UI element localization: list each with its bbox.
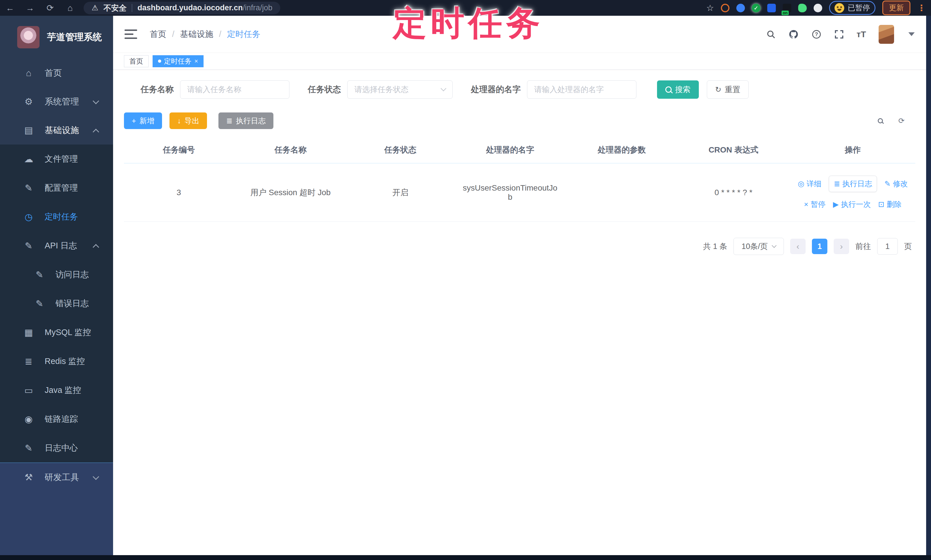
search-button[interactable]: 搜索 (657, 80, 699, 99)
detail-link[interactable]: ◎详细 (798, 179, 822, 189)
pause-link-label: 暂停 (811, 200, 826, 209)
sidebar-collapse-icon[interactable] (125, 29, 137, 39)
extension-icon-5[interactable]: on (783, 4, 791, 12)
col-task-id: 任务编号 (124, 137, 234, 163)
sidebar-item-log-center[interactable]: ✎ 日志中心 (0, 434, 113, 462)
reload-icon[interactable]: ⟳ (40, 3, 60, 13)
add-button-label: 新增 (139, 116, 154, 126)
search-icon[interactable] (766, 29, 776, 39)
sidebar-item-scheduled-tasks[interactable]: ◷ 定时任务 (0, 202, 113, 231)
screen: ← → ⟳ ⌂ ⚠ 不安全 dashboard.yudao.iocoder.cn… (0, 0, 931, 560)
sidebar-item-home[interactable]: ⌂ 首页 (0, 58, 113, 87)
current-page-button[interactable]: 1 (812, 238, 827, 254)
actions-line-2: ×暂停 ▶执行一次 ⊡删除 (804, 200, 902, 209)
page-size-select[interactable]: 10条/页 (734, 238, 784, 255)
toggle-search-button[interactable] (874, 114, 886, 127)
sidebar-item-dev-tools[interactable]: ⚒ 研发工具 (0, 463, 113, 492)
user-avatar[interactable] (879, 25, 894, 44)
chrome-right-cluster: ☆ ✓ on 已暂停 更新 ⋮ (706, 0, 926, 16)
col-handler-name: 处理器的名字 (453, 137, 567, 163)
app-logo (17, 26, 40, 48)
cell-handler-name: sysUserSessionTimeoutJob (453, 163, 567, 222)
add-button[interactable]: + 新增 (124, 112, 162, 129)
detail-link-label: 详细 (806, 179, 822, 189)
tags-view-bar: 首页 定时任务 × (113, 53, 926, 69)
run-once-link[interactable]: ▶执行一次 (833, 200, 871, 209)
redis-icon: ≣ (23, 356, 34, 367)
sidebar-item-api-logs[interactable]: ✎ API 日志 (0, 231, 113, 260)
tag-home[interactable]: 首页 (124, 55, 149, 67)
row-execution-log-link[interactable]: ≣执行日志 (829, 176, 877, 192)
goto-unit: 页 (904, 241, 912, 252)
edit-link[interactable]: ✎修改 (884, 179, 908, 189)
filter-task-status: 任务状态 请选择任务状态 (308, 80, 453, 99)
log-icon: ✎ (23, 240, 34, 251)
log-center-icon: ✎ (23, 443, 34, 454)
sidebar-item-infrastructure[interactable]: ▤ 基础设施 (0, 116, 113, 145)
table-toolbar: + 新增 ↓ 导出 ≣ 执行日志 ⟳ (124, 112, 915, 129)
goto-page-input[interactable] (877, 238, 898, 255)
cell-task-id: 3 (124, 163, 234, 222)
sidebar-item-mysql-monitor[interactable]: ▦ MySQL 监控 (0, 318, 113, 347)
font-size-icon[interactable]: тT (857, 29, 866, 39)
close-icon: × (804, 200, 808, 209)
breadcrumb-infrastructure[interactable]: 基础设施 (180, 29, 213, 40)
bookmark-star-icon[interactable]: ☆ (706, 3, 714, 13)
cell-handler-params (567, 163, 677, 222)
sidebar-item-label: 定时任务 (45, 211, 78, 223)
export-button[interactable]: ↓ 导出 (170, 112, 207, 129)
sidebar-item-access-logs[interactable]: ✎ 访问日志 (0, 260, 113, 289)
sidebar-item-config-management[interactable]: ✎ 配置管理 (0, 174, 113, 202)
prev-page-button[interactable]: ‹ (790, 238, 806, 254)
page-content: 任务名称 任务状态 请选择任务状态 处理器的名字 搜索 (113, 69, 926, 255)
cell-task-status: 开启 (347, 163, 453, 222)
window-scrollbar[interactable] (926, 16, 931, 555)
app-logo-block[interactable]: 芋道管理系统 (0, 16, 113, 58)
breadcrumb-home[interactable]: 首页 (150, 29, 166, 40)
reset-button[interactable]: ↻ 重置 (707, 80, 749, 99)
back-icon[interactable]: ← (0, 3, 20, 13)
col-cron: CRON 表达式 (677, 137, 790, 163)
next-page-button[interactable]: › (834, 238, 849, 254)
github-icon[interactable] (788, 29, 799, 40)
forward-icon[interactable]: → (20, 3, 40, 13)
browser-menu-icon[interactable]: ⋮ (917, 3, 926, 13)
help-icon[interactable]: ? (811, 29, 822, 40)
task-status-select[interactable]: 请选择任务状态 (347, 80, 453, 99)
execution-log-button[interactable]: ≣ 执行日志 (219, 112, 273, 129)
jobs-table: 任务编号 任务名称 任务状态 处理器的名字 处理器的参数 CRON 表达式 操作… (124, 137, 915, 222)
pause-link[interactable]: ×暂停 (804, 200, 825, 209)
sidebar-item-error-logs[interactable]: ✎ 错误日志 (0, 289, 113, 318)
extension-icon-3[interactable]: ✓ (752, 4, 760, 12)
breadcrumb: 首页 / 基础设施 / 定时任务 (150, 29, 260, 40)
chevron-down-icon (93, 98, 99, 105)
delete-link[interactable]: ⊡删除 (878, 200, 902, 209)
sidebar-item-trace[interactable]: ◉ 链路追踪 (0, 405, 113, 434)
tag-scheduled-tasks[interactable]: 定时任务 × (153, 55, 203, 67)
trash-icon: ⊡ (878, 200, 885, 209)
extension-icon-7[interactable] (814, 4, 822, 12)
clock-icon: ◷ (23, 211, 34, 222)
list-icon: ≣ (226, 117, 233, 125)
refresh-table-button[interactable]: ⟳ (895, 114, 908, 127)
handler-name-input[interactable] (527, 80, 637, 99)
dashboard-icon: ⌂ (23, 68, 34, 78)
tag-close-icon[interactable]: × (194, 57, 198, 65)
extension-icon-4[interactable] (767, 4, 776, 12)
browser-update-button[interactable]: 更新 (882, 1, 910, 15)
sidebar-item-system-management[interactable]: ⚙ 系统管理 (0, 87, 113, 116)
task-name-input[interactable] (180, 80, 290, 99)
user-menu-caret-icon[interactable] (908, 32, 915, 36)
extension-icon-2[interactable] (736, 4, 745, 12)
sidebar-item-redis-monitor[interactable]: ≣ Redis 监控 (0, 347, 113, 376)
sidebar-item-file-management[interactable]: ☁ 文件管理 (0, 145, 113, 174)
extension-icon-1[interactable] (721, 4, 729, 12)
home-icon[interactable]: ⌂ (60, 3, 80, 13)
infrastructure-submenu: ☁ 文件管理 ✎ 配置管理 ◷ 定时任务 ✎ API 日志 ✎ 访问日志 ✎ (0, 145, 113, 462)
play-icon: ▶ (833, 200, 839, 209)
paused-extension-chip[interactable]: 已暂停 (829, 1, 876, 15)
extension-icon-6[interactable] (798, 4, 807, 12)
address-bar[interactable]: ⚠ 不安全 dashboard.yudao.iocoder.cn/infra/j… (83, 2, 280, 14)
fullscreen-icon[interactable] (834, 29, 844, 39)
sidebar-item-java-monitor[interactable]: ▭ Java 监控 (0, 376, 113, 405)
